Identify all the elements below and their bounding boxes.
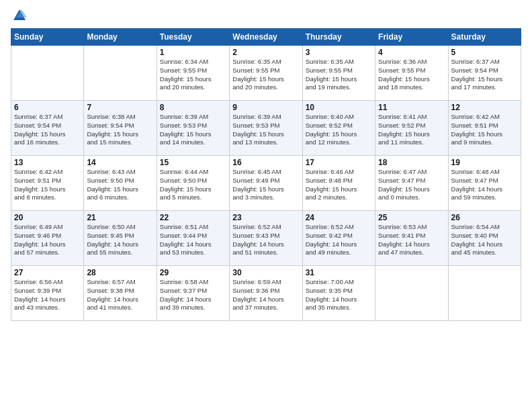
day-number: 4: [378, 48, 445, 57]
day-number: 6: [14, 103, 81, 112]
day-info: Sunrise: 6:54 AMSunset: 9:40 PMDaylight:…: [451, 223, 518, 257]
day-info: Sunrise: 6:50 AMSunset: 9:45 PMDaylight:…: [87, 223, 153, 257]
calendar-cell: 10Sunrise: 6:40 AMSunset: 9:52 PMDayligh…: [302, 101, 375, 156]
day-number: 24: [306, 213, 372, 222]
day-number: 29: [160, 268, 226, 277]
day-number: 3: [306, 48, 372, 57]
day-number: 16: [232, 158, 299, 167]
calendar-cell: 5Sunrise: 6:37 AMSunset: 9:54 PMDaylight…: [448, 46, 521, 101]
logo-icon: [12, 8, 27, 23]
calendar-cell: 29Sunrise: 6:58 AMSunset: 9:37 PMDayligh…: [157, 266, 229, 321]
day-info: Sunrise: 6:56 AMSunset: 9:39 PMDaylight:…: [14, 278, 81, 312]
calendar-cell: 19Sunrise: 6:48 AMSunset: 9:47 PMDayligh…: [448, 156, 521, 211]
day-number: 14: [87, 158, 153, 167]
day-info: Sunrise: 6:39 AMSunset: 9:53 PMDaylight:…: [232, 113, 299, 147]
day-number: 20: [14, 213, 81, 222]
day-number: 7: [87, 103, 153, 112]
calendar-cell: 3Sunrise: 6:35 AMSunset: 9:55 PMDaylight…: [302, 46, 375, 101]
day-number: 22: [160, 213, 226, 222]
day-info: Sunrise: 6:38 AMSunset: 9:54 PMDaylight:…: [87, 113, 153, 147]
day-info: Sunrise: 6:39 AMSunset: 9:53 PMDaylight:…: [160, 113, 226, 147]
calendar-cell: [84, 46, 157, 101]
day-info: Sunrise: 6:48 AMSunset: 9:47 PMDaylight:…: [451, 168, 518, 202]
calendar-cell: 11Sunrise: 6:41 AMSunset: 9:52 PMDayligh…: [375, 101, 448, 156]
calendar-cell: 23Sunrise: 6:52 AMSunset: 9:43 PMDayligh…: [230, 211, 302, 266]
day-info: Sunrise: 6:58 AMSunset: 9:37 PMDaylight:…: [160, 278, 226, 312]
day-info: Sunrise: 6:37 AMSunset: 9:54 PMDaylight:…: [451, 58, 518, 92]
calendar-cell: 28Sunrise: 6:57 AMSunset: 9:38 PMDayligh…: [84, 266, 157, 321]
day-number: 21: [87, 213, 153, 222]
calendar-cell: 15Sunrise: 6:44 AMSunset: 9:50 PMDayligh…: [157, 156, 229, 211]
day-number: 17: [306, 158, 372, 167]
day-number: 13: [14, 158, 81, 167]
day-info: Sunrise: 6:59 AMSunset: 9:36 PMDaylight:…: [232, 278, 299, 312]
calendar-cell: 16Sunrise: 6:45 AMSunset: 9:49 PMDayligh…: [230, 156, 302, 211]
weekday-header-saturday: Saturday: [448, 29, 521, 46]
day-number: 1: [160, 48, 226, 57]
day-number: 18: [378, 158, 445, 167]
day-info: Sunrise: 6:49 AMSunset: 9:46 PMDaylight:…: [14, 223, 81, 257]
day-info: Sunrise: 6:45 AMSunset: 9:49 PMDaylight:…: [232, 168, 299, 202]
day-info: Sunrise: 6:53 AMSunset: 9:41 PMDaylight:…: [378, 223, 445, 257]
calendar-cell: [448, 266, 521, 321]
weekday-header-monday: Monday: [84, 29, 157, 46]
day-number: 26: [451, 213, 518, 222]
calendar-cell: 20Sunrise: 6:49 AMSunset: 9:46 PMDayligh…: [11, 211, 84, 266]
weekday-header-friday: Friday: [375, 29, 448, 46]
calendar-cell: 7Sunrise: 6:38 AMSunset: 9:54 PMDaylight…: [84, 101, 157, 156]
calendar-cell: 2Sunrise: 6:35 AMSunset: 9:55 PMDaylight…: [230, 46, 302, 101]
day-number: 8: [160, 103, 226, 112]
calendar-week-4: 20Sunrise: 6:49 AMSunset: 9:46 PMDayligh…: [11, 211, 521, 266]
calendar-cell: 14Sunrise: 6:43 AMSunset: 9:50 PMDayligh…: [84, 156, 157, 211]
calendar-cell: 4Sunrise: 6:36 AMSunset: 9:55 PMDaylight…: [375, 46, 448, 101]
day-info: Sunrise: 6:57 AMSunset: 9:38 PMDaylight:…: [87, 278, 153, 312]
day-info: Sunrise: 6:51 AMSunset: 9:44 PMDaylight:…: [160, 223, 226, 257]
calendar-cell: 9Sunrise: 6:39 AMSunset: 9:53 PMDaylight…: [230, 101, 302, 156]
day-number: 2: [232, 48, 299, 57]
day-info: Sunrise: 6:43 AMSunset: 9:50 PMDaylight:…: [87, 168, 153, 202]
day-info: Sunrise: 6:52 AMSunset: 9:43 PMDaylight:…: [232, 223, 299, 257]
calendar-week-5: 27Sunrise: 6:56 AMSunset: 9:39 PMDayligh…: [11, 266, 521, 321]
day-number: 10: [306, 103, 372, 112]
calendar-cell: 31Sunrise: 7:00 AMSunset: 9:35 PMDayligh…: [302, 266, 375, 321]
day-info: Sunrise: 6:35 AMSunset: 9:55 PMDaylight:…: [306, 58, 372, 92]
calendar-week-3: 13Sunrise: 6:42 AMSunset: 9:51 PMDayligh…: [11, 156, 521, 211]
calendar-cell: 8Sunrise: 6:39 AMSunset: 9:53 PMDaylight…: [157, 101, 229, 156]
calendar-cell: 25Sunrise: 6:53 AMSunset: 9:41 PMDayligh…: [375, 211, 448, 266]
weekday-header-wednesday: Wednesday: [230, 29, 302, 46]
day-info: Sunrise: 6:34 AMSunset: 9:55 PMDaylight:…: [160, 58, 226, 92]
calendar-cell: 18Sunrise: 6:47 AMSunset: 9:47 PMDayligh…: [375, 156, 448, 211]
calendar-cell: 1Sunrise: 6:34 AMSunset: 9:55 PMDaylight…: [157, 46, 229, 101]
day-number: 19: [451, 158, 518, 167]
day-info: Sunrise: 6:41 AMSunset: 9:52 PMDaylight:…: [378, 113, 445, 147]
day-info: Sunrise: 6:40 AMSunset: 9:52 PMDaylight:…: [306, 113, 372, 147]
day-number: 12: [451, 103, 518, 112]
calendar-cell: 30Sunrise: 6:59 AMSunset: 9:36 PMDayligh…: [230, 266, 302, 321]
day-info: Sunrise: 6:52 AMSunset: 9:42 PMDaylight:…: [306, 223, 372, 257]
day-info: Sunrise: 6:47 AMSunset: 9:47 PMDaylight:…: [378, 168, 445, 202]
weekday-header-sunday: Sunday: [11, 29, 84, 46]
day-number: 27: [14, 268, 81, 277]
day-number: 28: [87, 268, 153, 277]
day-number: 25: [378, 213, 445, 222]
calendar-cell: 27Sunrise: 6:56 AMSunset: 9:39 PMDayligh…: [11, 266, 84, 321]
day-info: Sunrise: 6:36 AMSunset: 9:55 PMDaylight:…: [378, 58, 445, 92]
calendar-cell: 24Sunrise: 6:52 AMSunset: 9:42 PMDayligh…: [302, 211, 375, 266]
calendar-cell: 6Sunrise: 6:37 AMSunset: 9:54 PMDaylight…: [11, 101, 84, 156]
calendar-week-1: 1Sunrise: 6:34 AMSunset: 9:55 PMDaylight…: [11, 46, 521, 101]
day-number: 11: [378, 103, 445, 112]
calendar-cell: 22Sunrise: 6:51 AMSunset: 9:44 PMDayligh…: [157, 211, 229, 266]
weekday-header-tuesday: Tuesday: [157, 29, 229, 46]
weekday-header-thursday: Thursday: [302, 29, 375, 46]
header: [11, 8, 521, 23]
day-info: Sunrise: 7:00 AMSunset: 9:35 PMDaylight:…: [306, 278, 372, 312]
day-info: Sunrise: 6:35 AMSunset: 9:55 PMDaylight:…: [232, 58, 299, 92]
day-info: Sunrise: 6:42 AMSunset: 9:51 PMDaylight:…: [451, 113, 518, 147]
day-number: 15: [160, 158, 226, 167]
page: SundayMondayTuesdayWednesdayThursdayFrid…: [0, 0, 532, 411]
calendar-cell: [375, 266, 448, 321]
day-info: Sunrise: 6:46 AMSunset: 9:48 PMDaylight:…: [306, 168, 372, 202]
calendar-cell: [11, 46, 84, 101]
weekday-header-row: SundayMondayTuesdayWednesdayThursdayFrid…: [11, 29, 521, 46]
logo: [11, 8, 27, 23]
